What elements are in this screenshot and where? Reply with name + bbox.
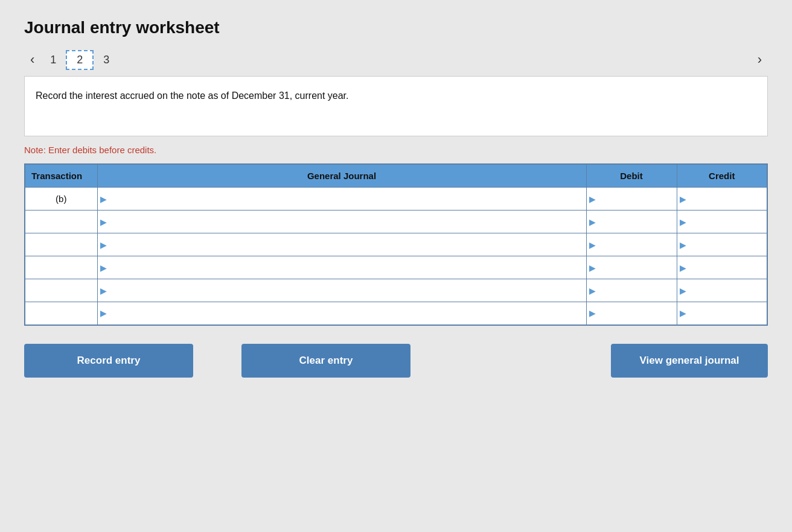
credit-arrow-icon-0: ▶ [677,194,689,204]
debit-cell-5[interactable]: ▶ [586,302,677,325]
table-row: ▶▶▶ [25,211,767,233]
col-header-journal: General Journal [97,164,586,188]
debit-arrow-icon-4: ▶ [587,286,598,296]
journal-cell-4[interactable]: ▶ [97,279,586,302]
col-header-debit: Debit [586,164,677,188]
debit-input-0[interactable] [598,188,677,210]
table-row: ▶▶▶ [25,233,767,256]
journal-cell-2[interactable]: ▶ [97,233,586,256]
nav-item-1[interactable]: 1 [40,51,66,69]
journal-arrow-icon-3: ▶ [98,263,109,273]
nav-item-3[interactable]: 3 [94,51,119,69]
col-header-credit: Credit [677,164,767,188]
debit-cell-2[interactable]: ▶ [586,233,677,256]
transaction-cell-2 [25,233,97,256]
record-entry-button[interactable]: Record entry [24,344,193,378]
journal-cell-3[interactable]: ▶ [97,256,586,279]
journal-input-2[interactable] [109,233,586,256]
credit-arrow-icon-4: ▶ [677,286,689,296]
transaction-cell-0: (b) [25,188,97,211]
debit-input-1[interactable] [598,211,677,233]
prev-arrow[interactable]: ‹ [24,49,40,70]
journal-table: Transaction General Journal Debit Credit… [24,163,768,326]
debit-cell-1[interactable]: ▶ [586,211,677,233]
credit-arrow-icon-3: ▶ [677,263,689,273]
debit-arrow-icon-5: ▶ [587,308,598,318]
credit-input-2[interactable] [689,233,767,256]
journal-input-0[interactable] [109,188,586,210]
credit-arrow-icon-5: ▶ [677,308,689,318]
instruction-box: Record the interest accrued on the note … [24,76,768,136]
debit-arrow-icon-1: ▶ [587,217,598,227]
journal-input-4[interactable] [109,279,586,302]
debit-arrow-icon-2: ▶ [587,240,598,250]
credit-input-0[interactable] [689,188,767,210]
col-header-transaction: Transaction [25,164,97,188]
journal-arrow-icon-2: ▶ [98,240,109,250]
debit-arrow-icon-3: ▶ [587,263,598,273]
debit-input-4[interactable] [598,279,677,302]
transaction-cell-5 [25,302,97,325]
credit-input-4[interactable] [689,279,767,302]
table-row: (b)▶▶▶ [25,188,767,211]
credit-input-3[interactable] [689,256,767,279]
transaction-cell-4 [25,279,97,302]
clear-entry-button[interactable]: Clear entry [241,344,410,378]
credit-cell-4[interactable]: ▶ [677,279,767,302]
debit-cell-0[interactable]: ▶ [586,188,677,211]
debit-cell-3[interactable]: ▶ [586,256,677,279]
debit-input-3[interactable] [598,256,677,279]
journal-arrow-icon-5: ▶ [98,308,109,318]
credit-input-5[interactable] [689,302,767,325]
debit-cell-4[interactable]: ▶ [586,279,677,302]
journal-arrow-icon-1: ▶ [98,217,109,227]
note-text: Note: Enter debits before credits. [24,145,768,155]
journal-input-3[interactable] [109,256,586,279]
debit-input-2[interactable] [598,233,677,256]
credit-cell-1[interactable]: ▶ [677,211,767,233]
journal-input-1[interactable] [109,211,586,233]
credit-cell-3[interactable]: ▶ [677,256,767,279]
credit-cell-2[interactable]: ▶ [677,233,767,256]
journal-cell-0[interactable]: ▶ [97,188,586,211]
button-row: Record entry Clear entry View general jo… [24,344,768,378]
debit-arrow-icon-0: ▶ [587,194,598,204]
page-title: Journal entry worksheet [24,18,768,37]
credit-cell-5[interactable]: ▶ [677,302,767,325]
credit-cell-0[interactable]: ▶ [677,188,767,211]
table-row: ▶▶▶ [25,302,767,325]
nav-row: ‹ 1 2 3 › [24,49,768,70]
credit-arrow-icon-1: ▶ [677,217,689,227]
view-general-journal-button[interactable]: View general journal [611,344,768,378]
transaction-cell-1 [25,211,97,233]
journal-arrow-icon-0: ▶ [98,194,109,204]
instruction-text: Record the interest accrued on the note … [36,90,349,101]
journal-cell-5[interactable]: ▶ [97,302,586,325]
debit-input-5[interactable] [598,302,677,325]
transaction-cell-3 [25,256,97,279]
credit-input-1[interactable] [689,211,767,233]
journal-cell-1[interactable]: ▶ [97,211,586,233]
next-arrow[interactable]: › [752,49,768,70]
journal-input-5[interactable] [109,302,586,325]
nav-item-2[interactable]: 2 [66,50,94,70]
table-row: ▶▶▶ [25,279,767,302]
credit-arrow-icon-2: ▶ [677,240,689,250]
table-row: ▶▶▶ [25,256,767,279]
journal-arrow-icon-4: ▶ [98,286,109,296]
